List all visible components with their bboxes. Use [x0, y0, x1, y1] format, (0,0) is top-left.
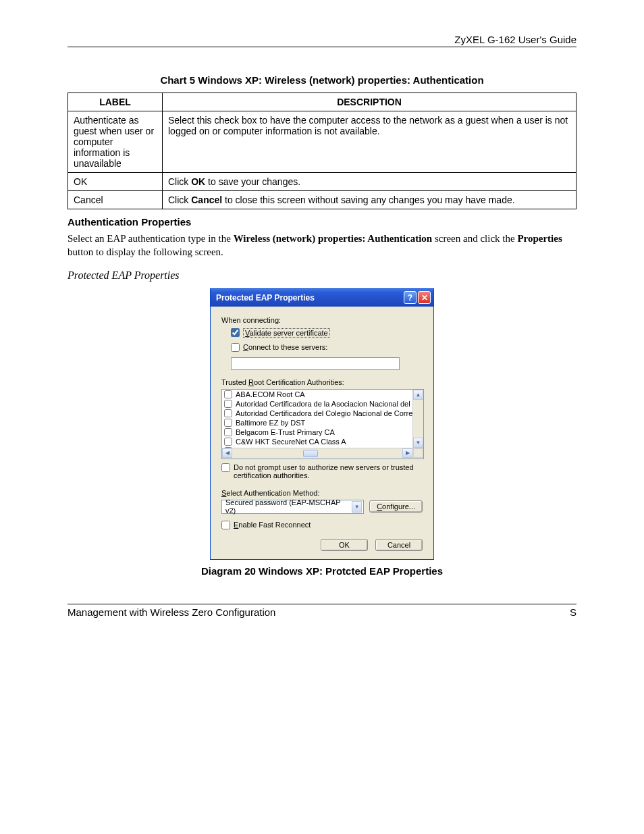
ca-name: Baltimore EZ by DST — [236, 419, 305, 427]
chevron-down-icon[interactable]: ▼ — [352, 501, 362, 513]
ca-name: ABA.ECOM Root CA — [236, 390, 305, 398]
list-item[interactable]: Autoridad Certificadora del Colegio Naci… — [222, 409, 412, 418]
dialog-titlebar[interactable]: Protected EAP Properties ? ✕ — [211, 289, 433, 307]
no-prompt-label: Do not prompt user to authorize new serv… — [234, 463, 423, 479]
list-item[interactable]: ABA.ECOM Root CA — [222, 390, 412, 399]
scroll-left-icon[interactable]: ◀ — [222, 448, 232, 458]
trusted-root-label: Trusted Root Certification Authorities: — [221, 378, 423, 386]
scroll-thumb[interactable] — [303, 450, 318, 457]
connect-servers-checkbox[interactable] — [231, 343, 240, 352]
cell-desc: Click OK to save your changes. — [163, 173, 576, 191]
chart-title: Chart 5 Windows XP: Wireless (network) p… — [68, 74, 576, 86]
page-footer: Management with Wireless Zero Configurat… — [68, 604, 576, 618]
no-prompt-checkbox[interactable] — [221, 463, 230, 472]
ok-button[interactable]: OK — [321, 539, 368, 551]
guide-title: ZyXEL G-162 User's Guide — [454, 34, 576, 45]
table-header-row: LABEL DESCRIPTION — [68, 93, 576, 111]
scroll-up-icon[interactable]: ▲ — [413, 390, 423, 400]
connect-servers-label: Connect to these servers: — [243, 343, 327, 351]
ca-checkbox[interactable] — [224, 409, 232, 417]
table-row: Cancel Click Cancel to close this screen… — [68, 191, 576, 209]
help-icon[interactable]: ? — [404, 291, 417, 304]
configure-button[interactable]: Configure... — [369, 500, 423, 513]
cell-desc: Select this check box to have the comput… — [163, 111, 576, 173]
ca-name: Autoridad Certificadora del Colegio Naci… — [236, 409, 412, 417]
ca-name: C&W HKT SecureNet CA Class A — [236, 438, 346, 446]
ca-checkbox[interactable] — [224, 419, 232, 427]
scroll-down-icon[interactable]: ▼ — [413, 438, 423, 448]
ca-checkbox[interactable] — [224, 438, 232, 446]
list-item[interactable]: Baltimore EZ by DST — [222, 418, 412, 427]
ca-listbox[interactable]: ABA.ECOM Root CAAutoridad Certificadora … — [221, 389, 424, 459]
cell-label: Cancel — [68, 191, 163, 209]
footer-left: Management with Wireless Zero Configurat… — [68, 606, 275, 618]
diagram-caption: Diagram 20 Windows XP: Protcted EAP Prop… — [68, 565, 576, 577]
ca-name: Belgacom E-Trust Primary CA — [236, 428, 335, 436]
auth-method-value: Secured password (EAP-MSCHAP v2) — [223, 498, 352, 515]
page-header: ZyXEL G-162 User's Guide — [68, 34, 576, 47]
select-method-label: Select Authentication Method: — [221, 489, 423, 497]
list-item[interactable]: Belgacom E-Trust Primary CA — [222, 427, 412, 437]
list-item[interactable]: C&W HKT SecureNet CA Class A — [222, 437, 412, 446]
description-table: LABEL DESCRIPTION Authenticate as guest … — [68, 93, 576, 209]
validate-cert-label: Validate server certificate — [243, 328, 330, 338]
col-label: LABEL — [68, 93, 163, 111]
ca-checkbox[interactable] — [224, 400, 232, 408]
cell-label: Authenticate as guest when user or compu… — [68, 111, 163, 173]
servers-input[interactable] — [231, 357, 400, 370]
scroll-grip — [413, 448, 423, 458]
col-description: DESCRIPTION — [163, 93, 576, 111]
list-item[interactable]: Autoridad Certificadora de la Asociacion… — [222, 399, 412, 409]
fast-reconnect-checkbox[interactable] — [221, 521, 230, 529]
cell-label: OK — [68, 173, 163, 191]
peap-dialog: Protected EAP Properties ? ✕ When connec… — [210, 288, 434, 560]
peap-heading: Protected EAP Properties — [68, 269, 576, 282]
auth-method-select[interactable]: Secured password (EAP-MSCHAP v2) ▼ — [221, 500, 364, 514]
ca-name: Autoridad Certificadora de la Asociacion… — [236, 400, 412, 408]
auth-properties-heading: Authentication Properties — [68, 216, 576, 228]
table-row: OK Click OK to save your changes. — [68, 173, 576, 191]
cell-desc: Click Cancel to close this screen withou… — [163, 191, 576, 209]
scroll-right-icon[interactable]: ▶ — [402, 448, 412, 458]
auth-properties-text: Select an EAP authentication type in the… — [68, 232, 576, 259]
horizontal-scrollbar[interactable]: ◀ ▶ — [222, 448, 423, 459]
footer-right: S — [570, 606, 576, 618]
validate-cert-checkbox[interactable] — [231, 328, 240, 337]
dialog-title: Protected EAP Properties — [216, 293, 402, 303]
ca-checkbox[interactable] — [224, 390, 232, 398]
cancel-button[interactable]: Cancel — [375, 539, 423, 551]
close-icon[interactable]: ✕ — [418, 291, 431, 304]
when-connecting-label: When connecting: — [221, 316, 423, 324]
ca-checkbox[interactable] — [224, 428, 232, 436]
fast-reconnect-label: Enable Fast Reconnect — [234, 521, 311, 529]
table-row: Authenticate as guest when user or compu… — [68, 111, 576, 173]
vertical-scrollbar[interactable]: ▲ ▼ — [412, 390, 423, 448]
